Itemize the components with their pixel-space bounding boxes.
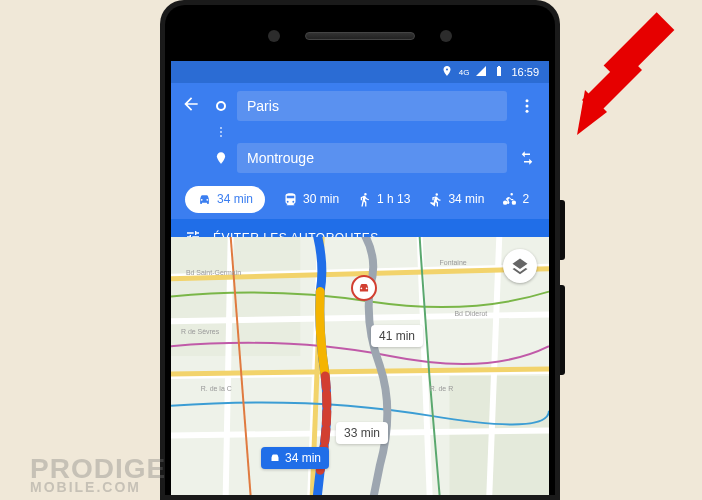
android-status-bar: 4G 16:59 [171,61,549,83]
svg-text:Fontaine: Fontaine [440,259,467,266]
mode-cycling-time: 2 [522,192,529,206]
svg-text:R de Sèvres: R de Sèvres [181,328,220,335]
mode-driving-time: 34 min [217,192,253,206]
svg-text:Bd Saint-Germain: Bd Saint-Germain [186,269,241,276]
destination-field[interactable]: Montrouge [237,143,507,173]
power-button [560,200,565,260]
travel-modes-row: 34 min 30 min 1 h 13 34 min 2 [171,179,549,219]
swap-endpoints-button[interactable] [515,149,539,167]
svg-text:Bd Diderot: Bd Diderot [455,310,488,317]
clock: 16:59 [511,66,539,78]
origin-field[interactable]: Paris [237,91,507,121]
origin-value: Paris [247,98,279,114]
back-button[interactable] [181,94,205,118]
watermark: PRODIGE MOBILE.COM [30,453,166,495]
route-primary-label[interactable]: 34 min [261,447,329,469]
traffic-incident-icon[interactable] [351,275,377,301]
svg-rect-8 [450,376,549,495]
map-canvas[interactable]: Bd Saint-Germain Fontaine Bd Diderot R d… [171,237,549,495]
svg-point-3 [526,99,529,102]
mode-rideshare-time: 34 min [448,192,484,206]
mode-walking-time: 1 h 13 [377,192,410,206]
signal-icon [475,65,487,79]
speaker-grille [305,32,415,40]
more-options-button[interactable] [515,97,539,115]
phone-earpiece-area [171,11,549,61]
mode-transit-time: 30 min [303,192,339,206]
mode-walking[interactable]: 1 h 13 [357,192,410,207]
origin-marker-icon [213,101,229,111]
route-connector-icon [213,125,229,139]
screen: 4G 16:59 Paris [171,61,549,495]
svg-point-4 [526,105,529,108]
network-label: 4G [459,68,470,77]
destination-value: Montrouge [247,150,314,166]
annotation-arrow [552,0,692,140]
phone-frame: 4G 16:59 Paris [160,0,560,500]
mode-transit[interactable]: 30 min [283,192,339,207]
svg-text:R. de la C: R. de la C [201,385,232,392]
camera-sensor [268,30,280,42]
location-icon [441,65,453,79]
map-layers-button[interactable] [503,249,537,283]
proximity-sensor [440,30,452,42]
destination-marker-icon [213,151,229,165]
route-alt-label-2[interactable]: 33 min [336,422,388,444]
svg-text:R. de R: R. de R [430,385,454,392]
mode-driving[interactable]: 34 min [185,186,265,213]
svg-point-5 [526,110,529,113]
svg-rect-2 [498,66,500,67]
battery-icon [493,65,505,79]
route-alt-label-1[interactable]: 41 min [371,325,423,347]
svg-rect-1 [497,67,501,76]
mode-rideshare[interactable]: 34 min [428,192,484,207]
volume-button [560,285,565,375]
mode-cycling[interactable]: 2 [502,192,529,207]
directions-header: Paris Montrouge [171,83,549,179]
